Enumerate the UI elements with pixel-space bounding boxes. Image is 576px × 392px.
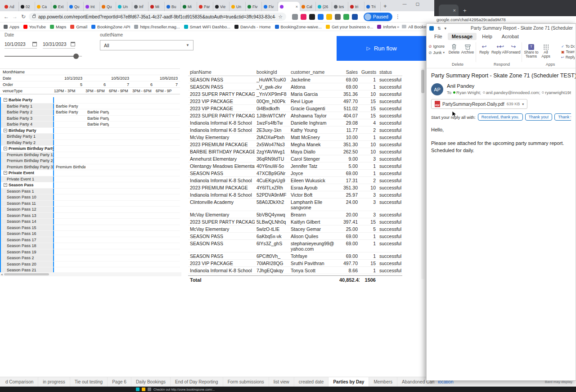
quick-step-item[interactable]: ↩Reply (561, 55, 575, 59)
tab-close-icon[interactable]: × (453, 8, 456, 13)
page-tab[interactable]: d Comparison (1, 377, 38, 387)
quick-step-item[interactable]: ✓To Do (561, 44, 575, 49)
back-icon[interactable]: ← (3, 14, 9, 20)
table-row[interactable]: SEASON PASS47XCBp9GNrJoyce69.001successf… (188, 170, 402, 177)
browser-tab[interactable]: Inf (132, 2, 148, 11)
matrix-row[interactable]: Barbie Party 4Barbie Party (1, 122, 180, 128)
matrix-row[interactable]: −Birthday Party (1, 128, 180, 134)
browser-tab[interactable]: Par (197, 2, 213, 11)
new-tab-icon[interactable]: + (463, 7, 467, 14)
bookmark-item[interactable]: Maps (50, 24, 66, 29)
table-row[interactable]: SEASON PASS_HuWKTcuK0Jackeline69.001succ… (188, 76, 402, 83)
forward-button[interactable]: ↪ Forward (507, 42, 520, 62)
browser-tab[interactable]: Vie (213, 2, 230, 11)
bookmark-item[interactable]: Gmail (70, 24, 87, 29)
browser-tab[interactable]: Ca (35, 2, 51, 11)
column-header[interactable]: customer_name (289, 69, 338, 76)
scrollbar-thumb[interactable] (4, 273, 49, 275)
browser-tab[interactable]: Qu (68, 2, 84, 11)
table-row[interactable]: Clintonville Academy58A0JDkXh2Lamphanh E… (188, 198, 402, 211)
matrix-row-label[interactable]: −Barbie Party (1, 97, 54, 103)
browser-tab[interactable]: Qu (100, 2, 116, 11)
background-tab[interactable]: × (439, 5, 459, 16)
table-row[interactable]: BARBIE BIRTHDAY PACKAGE2zgYAVWvg1Maya Di… (188, 148, 402, 155)
browser-tab[interactable]: Mi (148, 2, 165, 11)
page-tab[interactable]: Form submissions (223, 377, 269, 387)
bookmark-item[interactable]: Inforiver (377, 24, 396, 29)
matrix-row[interactable]: Season Pass 16 (1, 231, 180, 237)
table-row[interactable]: Indianola Informal K-8 School52PDVA9nMFV… (188, 191, 402, 198)
forward-icon[interactable]: → (12, 14, 18, 20)
suggested-reply-button[interactable]: Thank you for the report. (554, 113, 571, 121)
matrix-row-label[interactable]: Barbie Party 2 (1, 109, 54, 115)
scroll-left-icon[interactable]: ◂ (1, 273, 3, 276)
date-range-slider[interactable] (4, 54, 82, 59)
new-tab-icon[interactable]: + (383, 3, 387, 9)
bookmark-item[interactable]: YouTube (23, 24, 46, 29)
matrix-row[interactable]: Season Pass 11 (1, 201, 180, 207)
browser-tab[interactable]: Fiv (246, 2, 262, 11)
extension-icon[interactable] (343, 14, 349, 20)
page-tab[interactable]: created date (294, 377, 329, 387)
table-row[interactable]: 2023 PREMIUM PACKAGE4Y6ITLxZRhEsraa Ayou… (188, 184, 402, 191)
matrix-row[interactable]: Season Pass 17 (1, 237, 180, 243)
matrix-row[interactable]: −Private Event (1, 170, 180, 176)
matrix-horizontal-scrollbar[interactable]: ◂ (0, 272, 181, 276)
suggested-reply-button[interactable]: Received, thank you. (478, 113, 523, 121)
share-to-teams-button[interactable]: T Share to Teams (523, 42, 539, 62)
matrix-row[interactable]: Barbie Party 1Barbie Party (1, 104, 180, 110)
page-tab[interactable]: Tie out testing (70, 377, 108, 387)
taskbar-app-icon[interactable] (136, 387, 140, 391)
table-row[interactable]: 2023 VIP PACKAGE0i4BxdkxfhGracie Guagent… (188, 105, 402, 112)
ignore-button[interactable]: ⊘ Ignore (428, 44, 447, 49)
matrix-row[interactable]: −Barbie Party (1, 97, 180, 104)
ribbon-tab-help[interactable]: Help (478, 33, 496, 40)
slider-handle[interactable] (73, 54, 79, 59)
page-tab[interactable]: Page 6 (108, 377, 131, 387)
matrix-row-label[interactable]: −Season Pass (1, 182, 54, 188)
background-address-bar[interactable]: google.com/chat/4295a29cada9M78 (434, 16, 576, 23)
delete-button[interactable]: Delete (447, 42, 461, 62)
matrix-row[interactable]: Private Event 1 (1, 176, 180, 183)
extension-icon[interactable] (335, 14, 341, 20)
matrix-row[interactable]: Barbie Party 3Barbie Party (1, 116, 180, 122)
matrix-row[interactable]: Birthday Party 1 (1, 134, 180, 140)
run-flow-button[interactable]: ▷ Run flow (337, 36, 427, 61)
taskbar-app-icon[interactable] (142, 387, 145, 391)
matrix-row-label[interactable]: Season Pass 2 (1, 255, 54, 261)
matrix-row[interactable]: Season Pass 14 (1, 219, 180, 225)
matrix-row-label[interactable]: Premium Birthday Party 3 (1, 164, 54, 170)
table-row[interactable]: 2023 PREMIUM PACKAGE2x5Wo47Ns3Megha Mane… (188, 141, 402, 148)
browser-tab[interactable]: Tri (364, 2, 381, 11)
matrix-row[interactable]: Premium Birthday Party 2 (1, 158, 180, 164)
chevron-down-icon[interactable]: ▾ (522, 102, 524, 106)
sender-name[interactable]: Anil Pandey (447, 83, 571, 89)
table-row[interactable]: Indianola Informal K-8 School4CuEKgvUg9E… (188, 177, 402, 184)
matrix-row-label[interactable]: Season Pass 18 (1, 243, 54, 249)
matrix-row-label[interactable]: Season Pass 15 (1, 225, 54, 231)
matrix-row[interactable]: Season Pass 18 (1, 243, 180, 249)
matrix-row-label[interactable]: Premium Birthday Party 2 (1, 158, 54, 164)
browser-tab[interactable]: × (278, 2, 300, 11)
maximize-icon[interactable]: ▢ (415, 2, 419, 6)
matrix-row[interactable]: Season Pass 19 (1, 249, 180, 256)
browser-tab[interactable]: tes (332, 2, 348, 11)
ribbon-tab-file[interactable]: File (430, 33, 446, 40)
calendar-icon[interactable] (32, 42, 37, 46)
extension-icon[interactable] (326, 14, 332, 20)
table-row[interactable]: 2023 SUPER PARTY PACKAGE_YnVXP9mF8Maria … (188, 90, 402, 98)
bookmark-item[interactable]: Get your business o... (326, 24, 373, 29)
matrix-row-label[interactable]: Season Pass 13 (1, 213, 54, 219)
bookmark-item[interactable]: Smart WiFi Dashbo... (184, 24, 230, 29)
matrix-row-label[interactable]: Barbie Party 4 (1, 122, 54, 127)
matrix-row-label[interactable]: Barbie Party 3 (1, 116, 54, 122)
matrix-row-label[interactable]: Season Pass 1 (1, 189, 54, 194)
bookmark-item[interactable]: BookingZone API (91, 24, 130, 29)
send-receive-icon[interactable]: ⇅ (437, 26, 441, 31)
page-tab[interactable]: in progress (38, 377, 70, 387)
matrix-row[interactable]: Premium Birthday Party 1 (1, 152, 180, 158)
recipient[interactable]: Ryan Wright; (453, 90, 481, 95)
matrix-row-label[interactable]: Season Pass 12 (1, 207, 54, 212)
sender-avatar[interactable]: AP (431, 83, 443, 95)
table-row[interactable]: SEASON PASS6PCift0Vh_Tohfaye69.001succes… (188, 252, 402, 260)
